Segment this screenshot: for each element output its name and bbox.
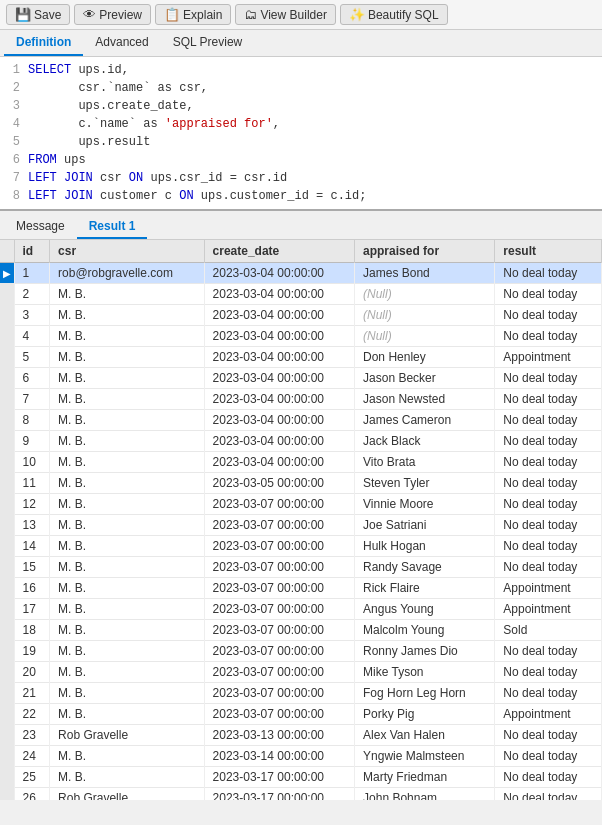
table-row[interactable]: 20M. B.2023-03-07 00:00:00Mike TysonNo d… xyxy=(0,662,602,683)
cell-csr: M. B. xyxy=(50,683,205,704)
cell-result: No deal today xyxy=(495,389,602,410)
table-row[interactable]: 3M. B.2023-03-04 00:00:00(Null)No deal t… xyxy=(0,305,602,326)
cell-id: 12 xyxy=(14,494,50,515)
row-indicator xyxy=(0,305,14,326)
cell-id: 2 xyxy=(14,284,50,305)
table-row[interactable]: 7M. B.2023-03-04 00:00:00Jason NewstedNo… xyxy=(0,389,602,410)
cell-create-date: 2023-03-04 00:00:00 xyxy=(204,326,354,347)
cell-create-date: 2023-03-07 00:00:00 xyxy=(204,704,354,725)
tab-message[interactable]: Message xyxy=(4,215,77,239)
table-row[interactable]: 5M. B.2023-03-04 00:00:00Don HenleyAppoi… xyxy=(0,347,602,368)
table-row[interactable]: 24M. B.2023-03-14 00:00:00Yngwie Malmste… xyxy=(0,746,602,767)
line-number: 6 xyxy=(0,151,28,169)
table-row[interactable]: 15M. B.2023-03-07 00:00:00Randy SavageNo… xyxy=(0,557,602,578)
sql-editor[interactable]: 1 SELECT ups.id, 2 csr.`name` as csr, 3 … xyxy=(0,57,602,211)
table-row[interactable]: 19M. B.2023-03-07 00:00:00Ronny James Di… xyxy=(0,641,602,662)
cell-csr: M. B. xyxy=(50,578,205,599)
cell-result: Appointment xyxy=(495,578,602,599)
line-number: 7 xyxy=(0,169,28,187)
table-row[interactable]: 13M. B.2023-03-07 00:00:00Joe SatrianiNo… xyxy=(0,515,602,536)
cell-appraised-for: (Null) xyxy=(355,326,495,347)
toolbar: 💾 Save 👁 Preview 📋 Explain 🗂 View Builde… xyxy=(0,0,602,30)
row-indicator xyxy=(0,599,14,620)
cell-id: 8 xyxy=(14,410,50,431)
cell-appraised-for: (Null) xyxy=(355,305,495,326)
table-row[interactable]: 14M. B.2023-03-07 00:00:00Hulk HoganNo d… xyxy=(0,536,602,557)
line-number: 3 xyxy=(0,97,28,115)
preview-button[interactable]: 👁 Preview xyxy=(74,4,151,25)
cell-create-date: 2023-03-17 00:00:00 xyxy=(204,788,354,801)
table-row[interactable]: 16M. B.2023-03-07 00:00:00Rick FlaireApp… xyxy=(0,578,602,599)
row-indicator xyxy=(0,662,14,683)
tab-advanced[interactable]: Advanced xyxy=(83,30,160,56)
cell-result: No deal today xyxy=(495,557,602,578)
cell-create-date: 2023-03-14 00:00:00 xyxy=(204,746,354,767)
tab-definition[interactable]: Definition xyxy=(4,30,83,56)
cell-id: 24 xyxy=(14,746,50,767)
table-row[interactable]: 8M. B.2023-03-04 00:00:00James CameronNo… xyxy=(0,410,602,431)
cell-id: 26 xyxy=(14,788,50,801)
table-row[interactable]: 12M. B.2023-03-07 00:00:00Vinnie MooreNo… xyxy=(0,494,602,515)
cell-result: No deal today xyxy=(495,368,602,389)
table-row[interactable]: 22M. B.2023-03-07 00:00:00Porky PigAppoi… xyxy=(0,704,602,725)
cell-id: 25 xyxy=(14,767,50,788)
cell-appraised-for: Hulk Hogan xyxy=(355,536,495,557)
explain-button[interactable]: 📋 Explain xyxy=(155,4,231,25)
cell-result: No deal today xyxy=(495,410,602,431)
table-row[interactable]: 26Rob Gravelle2023-03-17 00:00:00John Bo… xyxy=(0,788,602,801)
cell-appraised-for: Porky Pig xyxy=(355,704,495,725)
explain-icon: 📋 xyxy=(164,7,180,22)
table-row[interactable]: 4M. B.2023-03-04 00:00:00(Null)No deal t… xyxy=(0,326,602,347)
line-number: 4 xyxy=(0,115,28,133)
cell-appraised-for: Vito Brata xyxy=(355,452,495,473)
sql-line-5: 5 ups.result xyxy=(0,133,602,151)
results-container[interactable]: id csr create_date appraised for result … xyxy=(0,240,602,800)
cell-create-date: 2023-03-07 00:00:00 xyxy=(204,599,354,620)
save-button[interactable]: 💾 Save xyxy=(6,4,70,25)
cell-csr: M. B. xyxy=(50,347,205,368)
cell-create-date: 2023-03-04 00:00:00 xyxy=(204,410,354,431)
tab-sql-preview[interactable]: SQL Preview xyxy=(161,30,255,56)
tab-result1[interactable]: Result 1 xyxy=(77,215,148,239)
cell-create-date: 2023-03-04 00:00:00 xyxy=(204,347,354,368)
cell-csr: M. B. xyxy=(50,389,205,410)
cell-create-date: 2023-03-04 00:00:00 xyxy=(204,431,354,452)
row-indicator xyxy=(0,326,14,347)
cell-id: 20 xyxy=(14,662,50,683)
cell-csr: M. B. xyxy=(50,767,205,788)
results-table: id csr create_date appraised for result … xyxy=(0,240,602,800)
row-indicator xyxy=(0,452,14,473)
table-row[interactable]: 23Rob Gravelle2023-03-13 00:00:00Alex Va… xyxy=(0,725,602,746)
cell-id: 22 xyxy=(14,704,50,725)
row-indicator xyxy=(0,389,14,410)
cell-result: No deal today xyxy=(495,725,602,746)
cell-create-date: 2023-03-07 00:00:00 xyxy=(204,515,354,536)
table-row[interactable]: 11M. B.2023-03-05 00:00:00Steven TylerNo… xyxy=(0,473,602,494)
cell-create-date: 2023-03-05 00:00:00 xyxy=(204,473,354,494)
table-row[interactable]: 10M. B.2023-03-04 00:00:00Vito BrataNo d… xyxy=(0,452,602,473)
cell-result: No deal today xyxy=(495,641,602,662)
cell-csr: M. B. xyxy=(50,368,205,389)
col-header-create-date: create_date xyxy=(204,240,354,263)
sql-line-6: 6 FROM ups xyxy=(0,151,602,169)
beautify-icon: ✨ xyxy=(349,7,365,22)
cell-csr: M. B. xyxy=(50,284,205,305)
table-row[interactable]: 6M. B.2023-03-04 00:00:00Jason BeckerNo … xyxy=(0,368,602,389)
cell-appraised-for: Don Henley xyxy=(355,347,495,368)
table-row[interactable]: 18M. B.2023-03-07 00:00:00Malcolm YoungS… xyxy=(0,620,602,641)
view-builder-button[interactable]: 🗂 View Builder xyxy=(235,4,335,25)
beautify-button[interactable]: ✨ Beautify SQL xyxy=(340,4,448,25)
cell-id: 13 xyxy=(14,515,50,536)
row-indicator xyxy=(0,536,14,557)
cell-create-date: 2023-03-04 00:00:00 xyxy=(204,284,354,305)
cell-result: No deal today xyxy=(495,662,602,683)
table-row[interactable]: 21M. B.2023-03-07 00:00:00Fog Horn Leg H… xyxy=(0,683,602,704)
table-row[interactable]: 2M. B.2023-03-04 00:00:00(Null)No deal t… xyxy=(0,284,602,305)
table-row[interactable]: 9M. B.2023-03-04 00:00:00Jack BlackNo de… xyxy=(0,431,602,452)
sql-line-7: 7 LEFT JOIN csr ON ups.csr_id = csr.id xyxy=(0,169,602,187)
table-row[interactable]: ▶1rob@robgravelle.com2023-03-04 00:00:00… xyxy=(0,263,602,284)
table-row[interactable]: 25M. B.2023-03-17 00:00:00Marty Friedman… xyxy=(0,767,602,788)
view-builder-label: View Builder xyxy=(260,8,326,22)
cell-appraised-for: Joe Satriani xyxy=(355,515,495,536)
table-row[interactable]: 17M. B.2023-03-07 00:00:00Angus YoungApp… xyxy=(0,599,602,620)
